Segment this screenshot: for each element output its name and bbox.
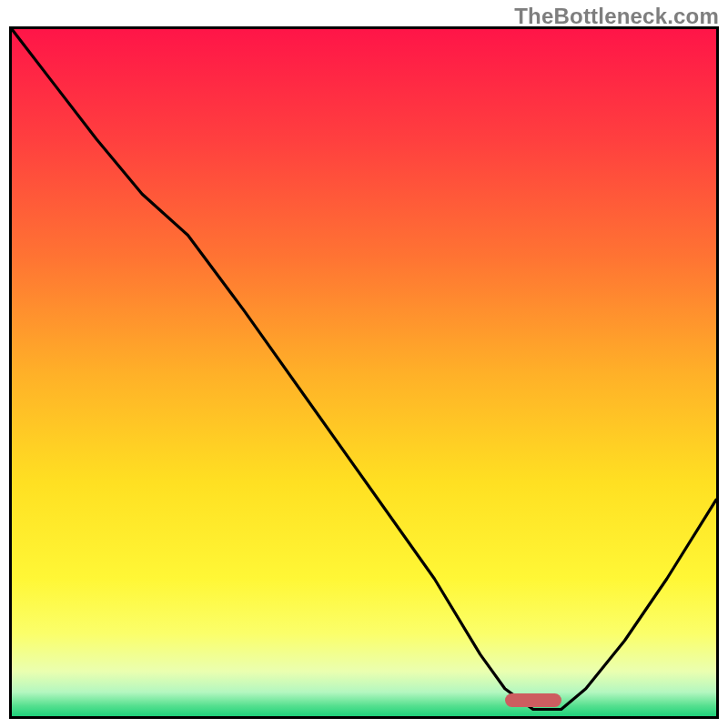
chart-canvas: TheBottleneck.com — [0, 0, 728, 728]
optimal-range-marker — [505, 693, 561, 707]
bottleneck-curve — [12, 29, 716, 716]
watermark-text: TheBottleneck.com — [514, 4, 719, 29]
plot-frame — [9, 26, 719, 719]
